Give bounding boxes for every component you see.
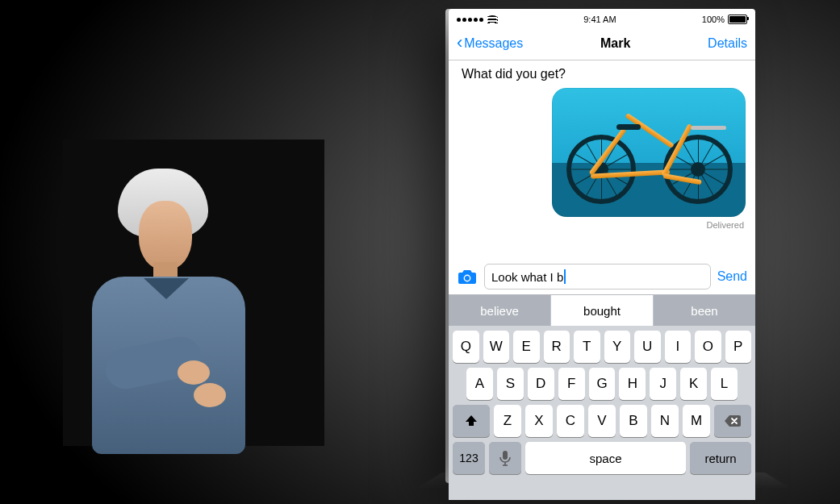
key-m[interactable]: M [683,405,710,437]
keyboard-row-4: 123 space return [449,437,755,479]
status-bar: 9:41 AM 100% [449,9,755,27]
suggestion-3[interactable]: been [654,295,755,326]
shift-key[interactable] [453,405,490,437]
battery-percent: 100% [702,15,725,24]
details-button[interactable]: Details [708,36,747,51]
key-x[interactable]: X [525,405,553,437]
key-d[interactable]: D [528,368,554,400]
key-o[interactable]: O [695,331,721,363]
quicktype-bar: believe bought been [449,295,755,326]
key-a[interactable]: A [466,368,493,400]
key-t[interactable]: T [574,331,600,363]
conversation-title: Mark [600,36,630,51]
svg-point-1 [465,276,470,281]
key-l[interactable]: L [711,368,738,400]
phone-screen: 9:41 AM 100% ‹ Messages Mark Details Wha… [449,9,755,483]
key-r[interactable]: R [544,331,570,363]
keyboard-row-1: Q W E R T Y U I O P [449,326,755,363]
nav-bar: ‹ Messages Mark Details [449,27,755,60]
return-key[interactable]: return [690,442,751,474]
battery-icon [728,15,747,24]
delivered-label: Delivered [458,220,744,230]
signal-dots-icon [457,18,483,22]
back-label: Messages [464,36,523,51]
key-w[interactable]: W [483,331,510,363]
suggestion-1[interactable]: believe [449,295,551,326]
key-e[interactable]: E [513,331,540,363]
key-p[interactable]: P [725,331,752,363]
incoming-message: What did you get? [462,67,746,81]
delete-key[interactable] [714,405,751,437]
keyboard-row-3: Z X C V B N M [449,400,755,437]
key-v[interactable]: V [588,405,616,437]
message-input[interactable]: Look what I b [484,264,711,289]
camera-icon[interactable] [457,269,478,285]
wifi-icon [487,15,498,23]
key-s[interactable]: S [497,368,524,400]
space-key[interactable]: space [525,442,686,474]
compose-bar: Look what I b Send [449,259,755,294]
text-caret [564,269,566,284]
suggestion-2[interactable]: bought [551,295,654,326]
key-z[interactable]: Z [494,405,521,437]
svg-rect-2 [503,451,508,460]
back-button[interactable]: ‹ Messages [457,36,523,51]
keyboard-row-2: A S D F G H J K L [449,363,755,400]
key-j[interactable]: J [650,368,676,400]
key-b[interactable]: B [620,405,647,437]
message-input-text: Look what I b [491,270,563,284]
key-g[interactable]: G [589,368,616,400]
key-c[interactable]: C [557,405,584,437]
presentation-stage: 9:41 AM 100% ‹ Messages Mark Details Wha… [0,0,840,504]
presenter-figure [73,157,250,448]
keyboard: believe bought been Q W E R T Y U I O P … [449,294,755,500]
key-u[interactable]: U [634,331,661,363]
key-n[interactable]: N [651,405,679,437]
send-button[interactable]: Send [717,269,747,284]
key-k[interactable]: K [680,368,707,400]
key-f[interactable]: F [558,368,585,400]
outgoing-image-bubble[interactable] [552,88,746,217]
mode-key[interactable]: 123 [453,442,485,474]
status-time: 9:41 AM [583,15,616,24]
key-h[interactable]: H [619,368,646,400]
key-q[interactable]: Q [453,331,479,363]
message-thread[interactable]: What did you get? Delivered [449,60,755,251]
key-i[interactable]: I [665,331,692,363]
key-y[interactable]: Y [604,331,631,363]
dictation-key[interactable] [489,442,521,474]
